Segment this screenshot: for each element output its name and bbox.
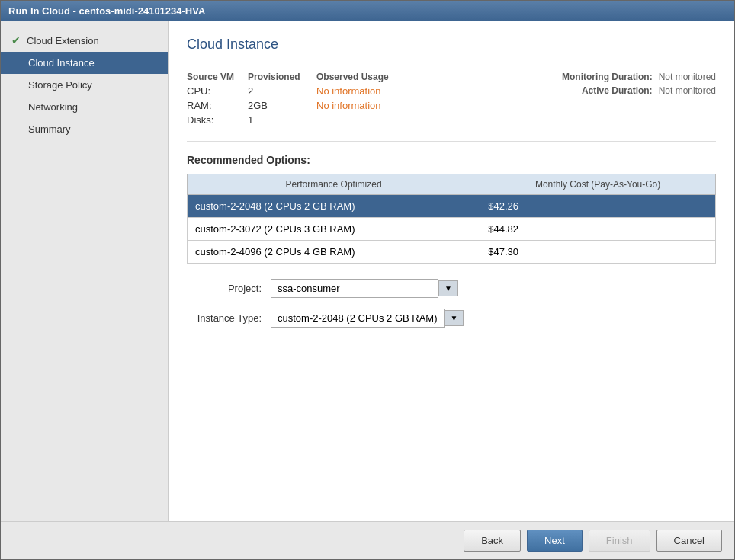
cpu-row: CPU: 2 No information [187, 85, 487, 97]
project-control: ssa-consumer ▼ [271, 279, 458, 298]
info-right: Monitoring Duration: Not monitored Activ… [487, 72, 716, 129]
sidebar: ✔ Cloud Extension Cloud Instance Storage… [1, 21, 169, 521]
sidebar-item-label: Storage Policy [28, 79, 92, 91]
divider [187, 141, 716, 142]
sidebar-item-storage-policy[interactable]: Storage Policy [1, 74, 168, 96]
col-header-cost: Monthly Cost (Pay-As-You-Go) [480, 174, 716, 195]
ram-label: RAM: [187, 100, 248, 111]
ram-observed: No information [316, 100, 381, 111]
table-row[interactable]: custom-2-2048 (2 CPUs 2 GB RAM) $42.26 [188, 195, 716, 218]
table-row[interactable]: custom-2-3072 (2 CPUs 3 GB RAM) $44.82 [188, 218, 716, 241]
active-duration-label: Active Duration: [582, 85, 653, 96]
disks-value: 1 [248, 114, 316, 126]
provisioned-header: Provisioned [248, 72, 316, 82]
instance-type-select[interactable]: custom-2-2048 (2 CPUs 2 GB RAM) [271, 309, 445, 328]
project-row: Project: ssa-consumer ▼ [187, 279, 716, 298]
table-row[interactable]: custom-2-4096 (2 CPUs 4 GB RAM) $47.30 [188, 241, 716, 264]
options-table: Performance Optimized Monthly Cost (Pay-… [187, 174, 716, 264]
sidebar-item-label: Networking [28, 101, 78, 113]
info-headers-row: Source VM Provisioned Observed Usage [187, 72, 487, 82]
sidebar-item-label: Cloud Instance [28, 57, 95, 69]
instance-type-control: custom-2-2048 (2 CPUs 2 GB RAM) ▼ [271, 309, 464, 328]
instance-type-row: Instance Type: custom-2-2048 (2 CPUs 2 G… [187, 309, 716, 328]
option-cost: $47.30 [480, 241, 716, 264]
instance-type-dropdown-arrow[interactable]: ▼ [445, 310, 464, 326]
option-name: custom-2-2048 (2 CPUs 2 GB RAM) [188, 195, 480, 218]
monitoring-duration-label: Monitoring Duration: [562, 72, 653, 82]
active-duration-value: Not monitored [659, 85, 716, 96]
sidebar-item-label: Summary [28, 123, 71, 135]
dropdown-arrow-icon: ▼ [445, 284, 452, 293]
col-header-performance: Performance Optimized [188, 174, 480, 195]
project-select[interactable]: ssa-consumer [271, 279, 438, 298]
back-button[interactable]: Back [464, 530, 521, 552]
dialog-body: ✔ Cloud Extension Cloud Instance Storage… [1, 21, 734, 521]
recommended-title: Recommended Options: [187, 154, 716, 166]
finish-button: Finish [589, 530, 650, 552]
disks-row: Disks: 1 [187, 114, 487, 126]
option-cost: $42.26 [480, 195, 716, 218]
instance-type-label: Instance Type: [187, 312, 271, 324]
dropdown-arrow-icon2: ▼ [451, 314, 458, 322]
check-icon: ✔ [11, 34, 21, 46]
option-name: custom-2-4096 (2 CPUs 4 GB RAM) [188, 241, 480, 264]
ram-row: RAM: 2GB No information [187, 100, 487, 111]
active-duration-row: Active Duration: Not monitored [487, 85, 716, 96]
source-vm-header: Source VM [187, 72, 248, 82]
project-dropdown-arrow[interactable]: ▼ [438, 280, 458, 296]
sidebar-item-label: Cloud Extension [27, 35, 99, 46]
footer: Back Next Finish Cancel [1, 521, 734, 559]
dialog-title: Run In Cloud - centos-midi-24101234-HVA [8, 5, 205, 17]
disks-label: Disks: [187, 114, 248, 126]
page-title: Cloud Instance [187, 37, 716, 59]
project-label: Project: [187, 283, 271, 294]
monitoring-duration-value: Not monitored [659, 72, 716, 82]
form-section: Project: ssa-consumer ▼ Instance Type: [187, 279, 716, 328]
dialog: Run In Cloud - centos-midi-24101234-HVA … [0, 0, 735, 560]
sidebar-item-networking[interactable]: Networking [1, 96, 168, 118]
option-name: custom-2-3072 (2 CPUs 3 GB RAM) [188, 218, 480, 241]
cancel-button[interactable]: Cancel [656, 530, 722, 552]
observed-header: Observed Usage [316, 72, 389, 82]
title-bar: Run In Cloud - centos-midi-24101234-HVA [1, 1, 734, 21]
project-select-value: ssa-consumer [278, 283, 340, 294]
main-content: Cloud Instance Source VM Provisioned Obs… [169, 21, 734, 521]
option-cost: $44.82 [480, 218, 716, 241]
cpu-value: 2 [248, 85, 316, 97]
next-button[interactable]: Next [527, 530, 583, 552]
sidebar-item-summary[interactable]: Summary [1, 118, 168, 140]
info-left: Source VM Provisioned Observed Usage CPU… [187, 72, 487, 129]
instance-type-value: custom-2-2048 (2 CPUs 2 GB RAM) [278, 312, 438, 324]
sidebar-item-cloud-instance[interactable]: Cloud Instance [1, 52, 168, 74]
sidebar-item-cloud-extension[interactable]: ✔ Cloud Extension [1, 29, 168, 52]
monitoring-duration-row: Monitoring Duration: Not monitored [487, 72, 716, 82]
info-grid: Source VM Provisioned Observed Usage CPU… [187, 72, 716, 129]
cpu-observed: No information [316, 85, 381, 97]
ram-value: 2GB [248, 100, 316, 111]
cpu-label: CPU: [187, 85, 248, 97]
